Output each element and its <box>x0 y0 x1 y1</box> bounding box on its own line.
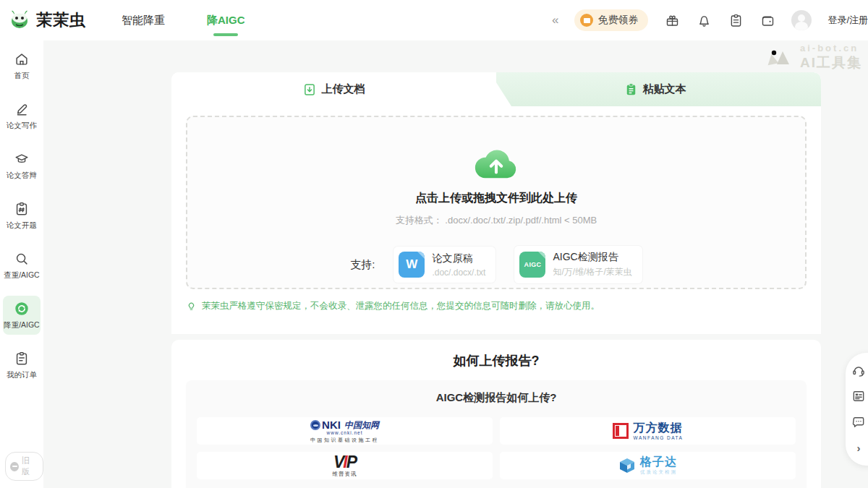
collapse-toolbar-chevron-icon[interactable]: › <box>851 440 867 455</box>
nav-label: 降AIGC <box>207 14 245 27</box>
nav-item-reduce-aigc[interactable]: 降AIGC <box>207 0 245 40</box>
sidebar-item-check-aigc[interactable]: 查重/AIGC <box>3 246 41 285</box>
tab-label: 上传文档 <box>322 82 365 96</box>
word-doc-icon: W <box>399 252 425 278</box>
support-chip-original-paper: W 论文原稿 .doc/.docx/.txt <box>393 247 495 283</box>
gezida-logo: 格子达 优质论文检测 <box>618 456 677 476</box>
tab-upload-document[interactable]: 上传文档 <box>171 72 496 106</box>
provider-logo-grid: NKI 中国知网 www.cnki.net 中国知识基础设施工程 万方数据 <box>197 417 796 479</box>
sidebar-label: 论文开题 <box>7 220 37 230</box>
tab-label: 粘贴文本 <box>643 82 686 96</box>
vip-letter-p: P <box>346 453 356 471</box>
dropzone-title: 点击上传或拖拽文件到此处上传 <box>415 191 577 206</box>
provider-weipu: VIP 维普资讯 <box>197 452 493 479</box>
sidebar-item-home[interactable]: 首页 <box>3 46 41 85</box>
wanfang-logo: 万方数据 WANFANG DATA <box>613 422 684 440</box>
coupon-label: 免费领券 <box>597 14 638 27</box>
provider-gezida: 格子达 优质论文检测 <box>500 452 796 479</box>
chip-title: 论文原稿 <box>432 252 485 265</box>
upload-cloud-icon <box>468 143 524 181</box>
sidebar-label: 论文答辩 <box>7 170 37 180</box>
support-label: 支持: <box>350 258 375 272</box>
old-version-button[interactable]: 旧版 <box>5 452 43 481</box>
wanfang-name: 万方数据 <box>634 422 684 434</box>
cnki-logo: NKI 中国知网 www.cnki.net 中国知识基础设施工程 <box>310 419 379 442</box>
aigc-doc-icon: AIGC <box>519 252 545 278</box>
vip-letter-v: V <box>333 453 343 471</box>
customer-service-headset-icon[interactable] <box>851 363 867 379</box>
provider-wanfang: 万方数据 WANFANG DATA <box>500 417 796 445</box>
wanfang-en: WANFANG DATA <box>634 435 684 440</box>
provider-cnki: NKI 中国知网 www.cnki.net 中国知识基础设施工程 <box>197 417 493 445</box>
coupon-icon <box>580 14 593 27</box>
ai-bot-logo-icon <box>765 48 794 67</box>
login-register-link[interactable]: 登录/注册 <box>827 14 868 27</box>
watermark-name: AI工具集 <box>800 53 862 72</box>
free-coupon-button[interactable]: 免费领券 <box>574 9 648 31</box>
sidebar-item-my-orders[interactable]: 我的订单 <box>3 346 41 385</box>
how-to-panel: AIGC检测报告如何上传? NKI 中国知网 www.cnki.net 中国知识… <box>186 380 807 488</box>
chip-subtitle: .doc/.docx/.txt <box>432 267 485 278</box>
weipu-chinese: 维普资讯 <box>333 471 357 477</box>
wanfang-icon <box>613 423 629 439</box>
gezida-cube-icon <box>618 457 636 474</box>
nav-item-smart-rewrite[interactable]: 智能降重 <box>122 0 165 40</box>
brand-name: 茉茉虫 <box>36 9 86 31</box>
sidebar-label: 降重/AIGC <box>4 320 39 330</box>
sidebar-item-paper-defense[interactable]: 论文答辩 <box>3 146 41 185</box>
chip-title: AIGC检测报告 <box>553 251 631 264</box>
feedback-chat-icon[interactable] <box>851 414 867 430</box>
cnki-letters: NKI <box>322 419 341 430</box>
upload-tabbar: 粘贴文本 上传文档 <box>171 72 821 106</box>
old-version-icon <box>10 462 19 471</box>
nav-label: 智能降重 <box>122 14 165 27</box>
how-to-subtitle: AIGC检测报告如何上传? <box>197 391 796 405</box>
support-chip-aigc-report: AIGC AIGC检测报告 知/万/维/格子/茉茉虫 <box>514 246 642 283</box>
clipboard-hash-icon <box>14 201 30 217</box>
tab-paste-text[interactable]: 粘贴文本 <box>490 72 821 106</box>
user-avatar[interactable] <box>791 10 812 30</box>
collapse-chevrons-icon[interactable]: « <box>552 13 558 27</box>
chip-subtitle: 知/万/维/格子/茉茉虫 <box>553 266 631 278</box>
gezida-slogan: 优质论文检测 <box>640 469 677 476</box>
cnki-tagline: 中国知识基础设施工程 <box>310 437 379 442</box>
app-window: 茉茉虫 智能降重 降AIGC « 免费领券 <box>0 0 868 488</box>
sidebar-item-reduce-aigc[interactable]: 降重/AIGC <box>3 296 41 335</box>
main-content: ai-bot.cn AI工具集 粘贴文本 <box>43 40 868 488</box>
old-version-label: 旧版 <box>22 455 36 477</box>
vip-logo: VIP 维普资讯 <box>333 454 357 477</box>
watermark: ai-bot.cn AI工具集 <box>765 43 862 72</box>
upload-card: 粘贴文本 上传文档 <box>171 72 821 334</box>
sidebar-label: 首页 <box>14 70 30 80</box>
docs-guide-icon[interactable] <box>851 388 867 404</box>
how-to-title: 如何上传报告? <box>171 352 821 369</box>
cnki-chinese: 中国知网 <box>344 421 379 429</box>
gift-icon[interactable] <box>664 12 680 28</box>
search-icon <box>14 251 30 267</box>
privacy-notice: 茉茉虫严格遵守保密规定，不会收录、泄露您的任何信息，您提交的信息可随时删除，请放… <box>186 300 807 312</box>
bug-logo-icon <box>9 9 30 31</box>
gezida-name: 格子达 <box>640 456 677 468</box>
report-list-icon[interactable] <box>728 12 744 28</box>
header-actions: « 免费领券 <box>552 9 868 31</box>
supported-types-row: 支持: W 论文原稿 .doc/.docx/.txt AIGC AIGC检测报告… <box>350 246 642 283</box>
orders-icon <box>14 351 30 367</box>
brand-logo[interactable]: 茉茉虫 <box>0 9 94 31</box>
sidebar-item-paper-proposal[interactable]: 论文开题 <box>3 196 41 235</box>
notification-bell-icon[interactable] <box>696 12 712 28</box>
main-nav: 智能降重 降AIGC <box>122 0 245 40</box>
cnki-globe-icon <box>310 420 320 430</box>
left-sidebar: 首页 论文写作 论文答辩 <box>0 40 43 488</box>
active-tab-underline <box>213 33 238 36</box>
pencil-icon <box>14 101 30 117</box>
wallet-icon[interactable] <box>760 12 775 28</box>
privacy-notice-text: 茉茉虫严格遵守保密规定，不会收录、泄露您的任何信息，您提交的信息可随时删除，请放… <box>202 300 600 312</box>
sidebar-label: 查重/AIGC <box>4 270 39 280</box>
reduce-aigc-icon <box>14 301 30 317</box>
graduation-cap-icon <box>14 151 30 167</box>
sidebar-label: 我的订单 <box>7 369 37 380</box>
watermark-site: ai-bot.cn <box>800 43 862 53</box>
floating-toolbar: › <box>846 353 868 466</box>
file-dropzone[interactable]: 点击上传或拖拽文件到此处上传 支持格式： .docx/.doc/.txt/.zi… <box>186 116 807 289</box>
sidebar-item-paper-writing[interactable]: 论文写作 <box>3 96 41 135</box>
